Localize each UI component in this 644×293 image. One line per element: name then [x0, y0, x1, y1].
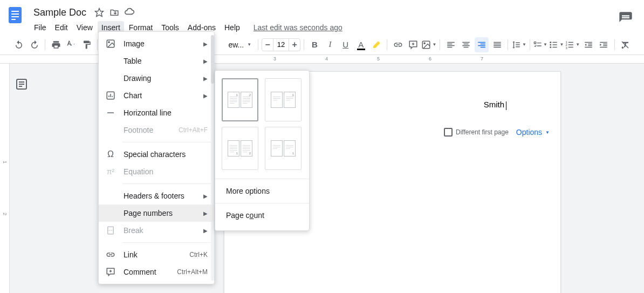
- font-size-decrease[interactable]: −: [262, 39, 273, 51]
- vertical-ruler[interactable]: 1 2: [0, 64, 10, 293]
- star-icon[interactable]: [94, 7, 105, 18]
- page-number-header-all[interactable]: 1 2: [222, 78, 258, 121]
- insert-break-item: Break ▶: [99, 222, 214, 239]
- align-justify-button[interactable]: [490, 37, 504, 52]
- page-numbers-more-options[interactable]: More options: [215, 181, 309, 201]
- footnote-icon: [105, 125, 116, 135]
- menu-edit[interactable]: Edit: [51, 21, 72, 34]
- horizontal-line-icon: [105, 107, 116, 118]
- move-icon[interactable]: [109, 7, 120, 18]
- ruler-tick: 1: [2, 161, 8, 163]
- svg-point-7: [424, 42, 425, 43]
- insert-image-button[interactable]: ▼: [421, 37, 436, 52]
- numbered-list-button[interactable]: 123▼: [565, 37, 580, 52]
- canvas: 3 4 5 6 7 1 2 Smith Different first page…: [0, 55, 644, 293]
- align-left-button[interactable]: [443, 37, 458, 52]
- font-size-value[interactable]: 12: [273, 39, 289, 51]
- headers-icon: [105, 190, 116, 201]
- align-right-button[interactable]: [475, 37, 489, 52]
- insert-headers-footers-item[interactable]: Headers & footers ▶: [99, 187, 214, 205]
- svg-point-11: [550, 46, 552, 48]
- text-color-button[interactable]: A: [354, 37, 368, 52]
- omega-icon: Ω: [105, 149, 116, 160]
- image-icon: [105, 38, 116, 49]
- page-numbers-icon: [105, 208, 116, 219]
- spellcheck-button[interactable]: [64, 37, 79, 52]
- text-cursor: [506, 101, 506, 110]
- svg-rect-4: [11, 19, 16, 20]
- break-icon: [105, 225, 116, 236]
- ruler-tick: 5: [377, 56, 380, 62]
- header-text[interactable]: Smith: [484, 100, 506, 110]
- menu-view[interactable]: View: [73, 21, 97, 34]
- submenu-arrow-icon: ▶: [203, 210, 208, 216]
- italic-button[interactable]: I: [323, 37, 338, 52]
- ruler-tick: 2: [2, 213, 8, 215]
- menu-help[interactable]: Help: [221, 21, 244, 34]
- insert-comment-button[interactable]: [406, 37, 421, 52]
- ruler-tick: 7: [481, 56, 483, 62]
- submenu-arrow-icon: ▶: [203, 58, 208, 64]
- toolbar: ew...▼ − 12 + B I U A ▼ ▼ ▼ ▼ 123▼: [0, 35, 644, 55]
- bulleted-list-button[interactable]: ▼: [549, 37, 564, 52]
- last-edit-link[interactable]: Last edit was seconds ago: [254, 23, 342, 32]
- insert-chart-item[interactable]: Chart ▶: [99, 87, 214, 104]
- insert-footnote-item: Footnote Ctrl+Alt+F: [99, 121, 214, 139]
- horizontal-ruler[interactable]: 3 4 5 6 7: [0, 55, 644, 64]
- drawing-icon: [105, 73, 116, 84]
- insert-comment-item[interactable]: Comment Ctrl+Alt+M: [99, 263, 214, 281]
- redo-button[interactable]: [28, 37, 42, 52]
- submenu-arrow-icon: ▶: [203, 228, 208, 234]
- insert-drawing-item[interactable]: Drawing ▶: [99, 70, 214, 87]
- page-number-footer-all[interactable]: 1 2: [222, 127, 258, 170]
- line-spacing-button[interactable]: ▼: [511, 37, 526, 52]
- undo-button[interactable]: [12, 37, 26, 52]
- insert-page-numbers-item[interactable]: Page numbers ▶: [99, 205, 214, 222]
- document-title[interactable]: Sample Doc: [30, 6, 90, 19]
- svg-rect-8: [534, 42, 536, 43]
- link-icon: [105, 249, 116, 260]
- paint-format-button[interactable]: [80, 37, 94, 52]
- different-first-page-checkbox[interactable]: Different first page: [444, 128, 509, 137]
- insert-table-item[interactable]: Table ▶: [99, 52, 214, 70]
- align-center-button[interactable]: [459, 37, 474, 52]
- header-options-dropdown[interactable]: Options▼: [516, 128, 550, 137]
- font-select[interactable]: ew...▼: [225, 40, 255, 49]
- checkbox-label: Different first page: [456, 128, 509, 136]
- insert-image-item[interactable]: Image ▶: [99, 35, 214, 52]
- insert-special-chars-item[interactable]: Ω Special characters: [99, 146, 214, 163]
- open-comments-button[interactable]: [618, 11, 633, 26]
- shortcut-label: Ctrl+Alt+M: [177, 268, 208, 276]
- page-number-header-skip-first[interactable]: 1: [265, 78, 302, 121]
- svg-rect-3: [11, 16, 19, 17]
- print-button[interactable]: [49, 37, 63, 52]
- cloud-status-icon[interactable]: [124, 7, 135, 18]
- svg-rect-19: [108, 227, 114, 234]
- svg-point-9: [550, 42, 552, 43]
- highlight-button[interactable]: [369, 37, 384, 52]
- svg-marker-5: [95, 9, 104, 17]
- decrease-indent-button[interactable]: [581, 37, 595, 52]
- insert-menu-dropdown: Image ▶ Table ▶ Drawing ▶ Chart ▶ Horizo…: [98, 31, 215, 284]
- insert-horizontal-line-item[interactable]: Horizontal line: [99, 104, 214, 121]
- chart-icon: [105, 90, 116, 101]
- font-size-increase[interactable]: +: [289, 39, 300, 51]
- menu-file[interactable]: File: [30, 21, 50, 34]
- ruler-tick: 6: [429, 56, 431, 62]
- bold-button[interactable]: B: [307, 37, 322, 52]
- show-outline-button[interactable]: [15, 78, 28, 91]
- svg-point-10: [550, 44, 552, 45]
- insert-page-count[interactable]: Page count: [215, 206, 309, 225]
- increase-indent-button[interactable]: [597, 37, 611, 52]
- insert-link-item[interactable]: Link Ctrl+K: [99, 246, 214, 263]
- page-number-footer-skip-first[interactable]: 1: [265, 127, 302, 170]
- underline-button[interactable]: U: [338, 37, 353, 52]
- shortcut-label: Ctrl+K: [189, 251, 208, 258]
- clear-formatting-button[interactable]: [618, 37, 632, 52]
- docs-logo[interactable]: [4, 4, 26, 26]
- svg-point-17: [108, 42, 109, 43]
- svg-rect-2: [11, 13, 19, 15]
- insert-link-button[interactable]: [390, 37, 405, 52]
- checklist-button[interactable]: ▼: [533, 37, 548, 52]
- submenu-arrow-icon: ▶: [203, 76, 208, 81]
